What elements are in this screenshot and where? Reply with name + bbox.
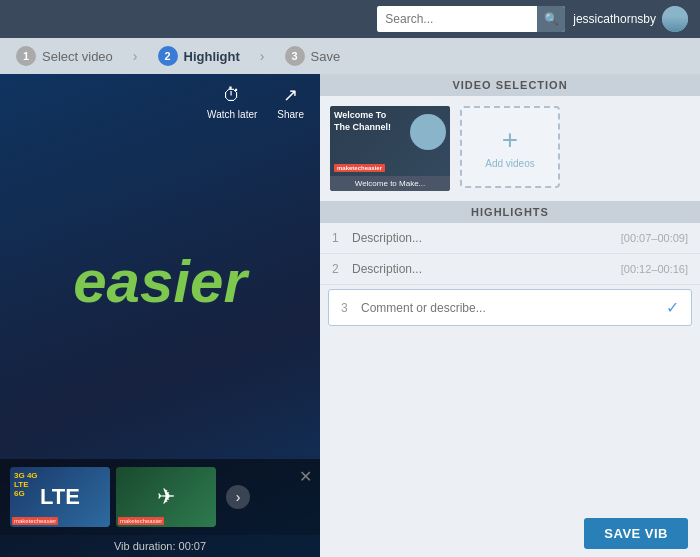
add-videos-label: Add videos	[485, 158, 534, 169]
highlight-row-2: 2 [00:12–00:16]	[320, 254, 700, 285]
highlight-input-1[interactable]	[352, 231, 613, 245]
search-bar: 🔍	[377, 6, 565, 32]
avatar	[662, 6, 688, 32]
step-label-1: Select video	[42, 49, 113, 64]
selected-video-card[interactable]: Welcome To The Channel! maketecheasier W…	[330, 106, 450, 191]
thumb-lte-inner: 3G 4GLTE6G LTE maketecheasier	[10, 467, 110, 527]
avatar-face	[662, 6, 688, 32]
video-panel: ⏱ Watch later ↗ Share easier ✕ 3G 4G	[0, 74, 320, 557]
highlight-check-icon[interactable]: ✓	[666, 298, 679, 317]
video-area: ⏱ Watch later ↗ Share easier ✕ 3G 4G	[0, 74, 320, 557]
step-num-2: 2	[158, 46, 178, 66]
save-vib-button[interactable]: SAVE VIB	[584, 518, 688, 549]
thumbnail-plane[interactable]: ✈ maketecheasier	[116, 467, 216, 527]
highlight-num-2: 2	[332, 262, 344, 276]
highlight-time-2: [00:12–00:16]	[621, 263, 688, 275]
vib-duration-text: Vib duration: 00:07	[114, 540, 206, 552]
video-selection-area: Welcome To The Channel! maketecheasier W…	[320, 96, 700, 201]
thumb-plane-inner: ✈ maketecheasier	[116, 467, 216, 527]
highlights-header: HIGHLIGHTS	[320, 201, 700, 223]
step-num-3: 3	[285, 46, 305, 66]
share-button[interactable]: ↗ Share	[277, 84, 304, 120]
search-input[interactable]	[377, 6, 537, 32]
highlight-input-3[interactable]	[361, 301, 658, 315]
mte-logo-1: maketecheasier	[12, 517, 58, 525]
mte-logo-2: maketecheasier	[118, 517, 164, 525]
step-sep-2: ›	[260, 48, 265, 64]
video-controls: ⏱ Watch later ↗ Share	[207, 84, 304, 120]
watch-later-label: Watch later	[207, 109, 257, 120]
video-thumbnails: 3G 4GLTE6G LTE maketecheasier ✈ maketech…	[0, 459, 320, 535]
app-header: 🔍 jessicathornsby	[0, 0, 700, 38]
video-thumb-label: Welcome to Make...	[330, 176, 450, 191]
add-plus-icon: +	[502, 126, 518, 154]
welcome-text: Welcome To The Channel!	[334, 110, 391, 133]
video-selection-header: VIDEO SELECTION	[320, 74, 700, 96]
share-icon: ↗	[283, 84, 298, 106]
user-info: jessicathornsby	[573, 6, 688, 32]
save-vib-area: SAVE VIB	[320, 510, 700, 557]
welcome-badge: maketecheasier	[334, 164, 385, 172]
video-main-text: easier	[0, 74, 320, 459]
step-highlight[interactable]: 2 Highlight	[158, 46, 240, 66]
lte-cloud-text: LTE	[40, 484, 80, 510]
highlight-row-3: 3 ✓	[328, 289, 692, 326]
step-sep-1: ›	[133, 48, 138, 64]
step-num-1: 1	[16, 46, 36, 66]
highlight-input-2[interactable]	[352, 262, 613, 276]
highlight-num-1: 1	[332, 231, 344, 245]
watch-later-icon: ⏱	[223, 85, 241, 106]
step-label-3: Save	[311, 49, 341, 64]
highlights-title: HIGHLIGHTS	[471, 206, 549, 218]
right-panel: VIDEO SELECTION Welcome To The Channel! …	[320, 74, 700, 557]
thumbnail-lte[interactable]: 3G 4GLTE6G LTE maketecheasier	[10, 467, 110, 527]
add-videos-button[interactable]: + Add videos	[460, 106, 560, 188]
steps-bar: 1 Select video › 2 Highlight › 3 Save	[0, 38, 700, 74]
vib-duration: Vib duration: 00:07	[0, 535, 320, 557]
welcome-line1: Welcome To	[334, 110, 386, 120]
video-person-avatar	[410, 114, 446, 150]
lte-badge: 3G 4GLTE6G	[14, 471, 38, 498]
highlight-row-1: 1 [00:07–00:09]	[320, 223, 700, 254]
highlight-num-3: 3	[341, 301, 353, 315]
main-content: ⏱ Watch later ↗ Share easier ✕ 3G 4G	[0, 74, 700, 557]
step-label-2: Highlight	[184, 49, 240, 64]
step-select-video[interactable]: 1 Select video	[16, 46, 113, 66]
save-vib-label: SAVE VIB	[604, 526, 668, 541]
search-button[interactable]: 🔍	[537, 6, 565, 32]
step-save[interactable]: 3 Save	[285, 46, 341, 66]
highlight-time-1: [00:07–00:09]	[621, 232, 688, 244]
watch-later-button[interactable]: ⏱ Watch later	[207, 85, 257, 120]
thumbnail-next-button[interactable]: ›	[226, 485, 250, 509]
video-selection-title: VIDEO SELECTION	[452, 79, 567, 91]
search-icon: 🔍	[544, 12, 559, 26]
video-word: easier	[73, 247, 247, 316]
username-label: jessicathornsby	[573, 12, 656, 26]
welcome-line2: The Channel!	[334, 122, 391, 132]
highlights-section: HIGHLIGHTS 1 [00:07–00:09] 2 [00:12–00:1…	[320, 201, 700, 510]
share-label: Share	[277, 109, 304, 120]
video-thumb-image: Welcome To The Channel! maketecheasier	[330, 106, 450, 176]
